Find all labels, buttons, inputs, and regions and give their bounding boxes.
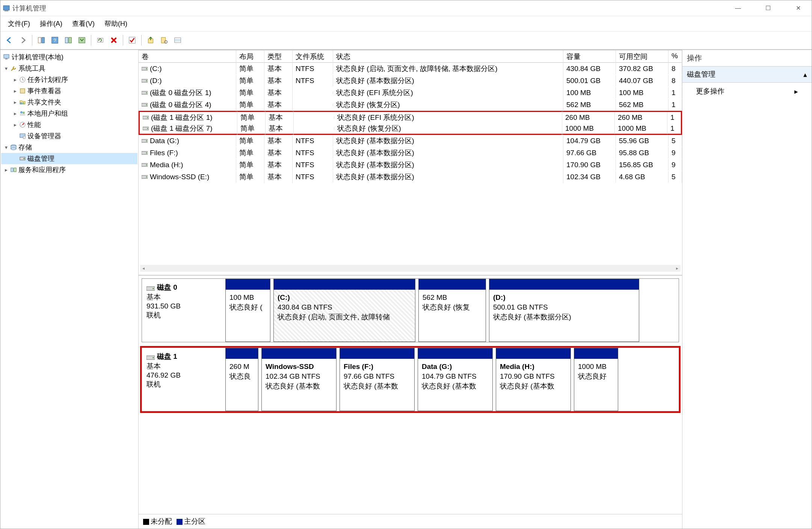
col-filesystem[interactable]: 文件系统 <box>293 50 333 63</box>
volume-row[interactable]: Files (F:)简单基本NTFS状态良好 (基本数据分区)97.66 GB9… <box>139 147 682 159</box>
svg-rect-16 <box>5 59 8 59</box>
horizontal-scrollbar[interactable]: ◂ ▸ <box>139 261 682 275</box>
partition[interactable]: (D:)500.01 GB NTFS状态良好 (基本数据分区) <box>489 279 639 342</box>
actions-section[interactable]: 磁盘管理 ▴ <box>682 67 812 83</box>
disk-info[interactable]: 磁盘 1基本476.92 GB联机 <box>142 348 225 411</box>
svg-rect-3 <box>42 37 44 43</box>
actions-pane: 操作 磁盘管理 ▴ 更多操作 ▸ <box>682 50 812 529</box>
partition[interactable]: 1000 MB状态良好 <box>574 348 618 411</box>
svg-point-21 <box>20 111 23 113</box>
partition[interactable]: Data (G:)104.79 GB NTFS状态良好 (基本数 <box>418 348 493 411</box>
nav-tree[interactable]: 计算机管理(本地) ▾ 系统工具 ▸ 任务计划程序 ▸ 事件查看器 ▸ 共享文件… <box>0 50 139 529</box>
tree-event-viewer[interactable]: ▸ 事件查看器 <box>1 85 137 97</box>
app-icon <box>3 5 10 12</box>
settings-button[interactable] <box>158 34 170 46</box>
storage-icon <box>9 144 18 151</box>
minimize-button[interactable]: — <box>727 1 749 16</box>
delete-button[interactable] <box>108 34 120 46</box>
tree-local-users[interactable]: ▸ 本地用户和组 <box>1 108 137 119</box>
refresh-button[interactable] <box>94 34 106 46</box>
col-free[interactable]: 可用空间 <box>616 50 669 63</box>
menubar: 文件(F) 操作(A) 查看(V) 帮助(H) <box>0 16 812 32</box>
disk-map[interactable]: 磁盘 0基本931.50 GB联机100 MB状态良好 ((C:)430.84 … <box>139 275 682 514</box>
svg-rect-15 <box>4 54 9 58</box>
scroll-left-icon[interactable]: ◂ <box>140 265 147 272</box>
help-button[interactable]: ? <box>49 34 61 46</box>
partition[interactable]: Media (H:)170.90 GB NTFS状态良好 (基本数 <box>496 348 571 411</box>
disk-info[interactable]: 磁盘 0基本931.50 GB联机 <box>142 279 225 342</box>
partition[interactable]: Windows-SSD102.34 GB NTFS状态良好 (基本数 <box>261 348 337 411</box>
close-button[interactable]: ✕ <box>787 1 809 16</box>
content-area: 计算机管理(本地) ▾ 系统工具 ▸ 任务计划程序 ▸ 事件查看器 ▸ 共享文件… <box>0 50 812 529</box>
volume-row[interactable]: Windows-SSD (E:)简单基本NTFS状态良好 (基本数据分区)102… <box>139 171 682 183</box>
toolbar-separator <box>123 35 123 45</box>
tree-device-manager[interactable]: 设备管理器 <box>1 130 137 142</box>
svg-rect-32 <box>11 168 13 172</box>
tree-services-apps[interactable]: ▸ 服务和应用程序 <box>1 164 137 175</box>
legend-label: 未分配 <box>151 517 172 525</box>
volume-row[interactable]: Data (G:)简单基本NTFS状态良好 (基本数据分区)104.79 GB5… <box>139 135 682 147</box>
list-view-button[interactable] <box>172 34 184 46</box>
svg-rect-6 <box>65 37 68 43</box>
menu-action[interactable]: 操作(A) <box>38 18 64 30</box>
volume-row[interactable]: (D:)简单基本NTFS状态良好 (基本数据分区)500.01 GB440.07… <box>139 75 682 87</box>
actions-more-label: 更多操作 <box>696 86 724 96</box>
tree-shared-folders[interactable]: ▸ 共享文件夹 <box>1 97 137 108</box>
tree-storage[interactable]: ▾ 存储 <box>1 142 137 153</box>
partition[interactable]: (C:)430.84 GB NTFS状态良好 (启动, 页面文件, 故障转储 <box>273 279 415 342</box>
volume-row[interactable]: Media (H:)简单基本NTFS状态良好 (基本数据分区)170.90 GB… <box>139 159 682 171</box>
toolbar-separator <box>91 35 91 45</box>
svg-point-49 <box>146 153 147 153</box>
svg-point-19 <box>20 102 22 104</box>
toolbar: ? <box>0 32 812 50</box>
scroll-right-icon[interactable]: ▸ <box>674 265 681 272</box>
menu-help[interactable]: 帮助(H) <box>103 18 129 30</box>
col-pct[interactable]: % <box>669 50 682 63</box>
disk-block[interactable]: 磁盘 1基本476.92 GB联机260 M状态良Windows-SSD102.… <box>142 348 679 411</box>
tree-system-tools[interactable]: ▾ 系统工具 <box>1 63 137 74</box>
titlebar: 计算机管理 — ☐ ✕ <box>0 0 812 16</box>
partition[interactable]: 100 MB状态良好 ( <box>225 279 270 342</box>
tree-root-label: 计算机管理(本地) <box>12 51 63 63</box>
partition[interactable]: Files (F:)97.66 GB NTFS状态良好 (基本数 <box>340 348 415 411</box>
menu-file[interactable]: 文件(F) <box>6 18 32 30</box>
export-button[interactable] <box>145 34 157 46</box>
volume-row[interactable]: (磁盘 1 磁盘分区 1)简单基本状态良好 (EFI 系统分区)260 MB26… <box>139 111 682 123</box>
tree-disk-management[interactable]: 磁盘管理 <box>1 153 137 164</box>
volume-row[interactable]: (C:)简单基本NTFS状态良好 (启动, 页面文件, 故障转储, 基本数据分区… <box>139 63 682 75</box>
maximize-button[interactable]: ☐ <box>757 1 779 16</box>
scroll-track[interactable] <box>147 265 674 272</box>
col-volume[interactable]: 卷 <box>139 50 236 63</box>
col-layout[interactable]: 布局 <box>236 50 264 63</box>
forward-button[interactable] <box>17 34 29 46</box>
event-icon <box>18 88 27 94</box>
properties-button[interactable] <box>62 34 74 46</box>
volume-row[interactable]: (磁盘 0 磁盘分区 4)简单基本状态良好 (恢复分区)562 MB562 MB… <box>139 99 682 111</box>
partition[interactable]: 260 M状态良 <box>225 348 258 411</box>
volume-list: 卷 布局 类型 文件系统 状态 容量 可用空间 % (C:)简单基本NTFS状态… <box>139 50 682 275</box>
svg-point-45 <box>147 128 148 128</box>
show-hide-tree-button[interactable] <box>35 34 47 46</box>
back-button[interactable] <box>3 34 15 46</box>
col-type[interactable]: 类型 <box>264 50 293 63</box>
tree-performance[interactable]: ▸ 性能 <box>1 119 137 130</box>
disk-block[interactable]: 磁盘 0基本931.50 GB联机100 MB状态良好 ((C:)430.84 … <box>142 278 679 342</box>
svg-rect-1 <box>5 11 8 11</box>
volume-row[interactable]: (磁盘 0 磁盘分区 1)简单基本状态良好 (EFI 系统分区)100 MB10… <box>139 87 682 99</box>
svg-point-53 <box>146 177 147 177</box>
volume-list-body[interactable]: (C:)简单基本NTFS状态良好 (启动, 页面文件, 故障转储, 基本数据分区… <box>139 63 682 261</box>
svg-rect-2 <box>38 37 41 43</box>
folder-icon <box>18 99 27 106</box>
tree-task-scheduler[interactable]: ▸ 任务计划程序 <box>1 74 137 85</box>
col-status[interactable]: 状态 <box>333 50 563 63</box>
svg-point-20 <box>22 102 24 104</box>
actions-more[interactable]: 更多操作 ▸ <box>682 83 812 100</box>
tree-root[interactable]: 计算机管理(本地) <box>1 51 137 63</box>
col-capacity[interactable]: 容量 <box>563 50 616 63</box>
checkbox-button[interactable] <box>126 34 138 46</box>
center-pane: 卷 布局 类型 文件系统 状态 容量 可用空间 % (C:)简单基本NTFS状态… <box>139 50 682 529</box>
volume-row[interactable]: (磁盘 1 磁盘分区 7)简单基本状态良好 (恢复分区)1000 MB1000 … <box>139 123 682 135</box>
detail-button[interactable] <box>76 34 88 46</box>
partition[interactable]: 562 MB状态良好 (恢复 <box>418 279 486 342</box>
menu-view[interactable]: 查看(V) <box>71 18 96 30</box>
